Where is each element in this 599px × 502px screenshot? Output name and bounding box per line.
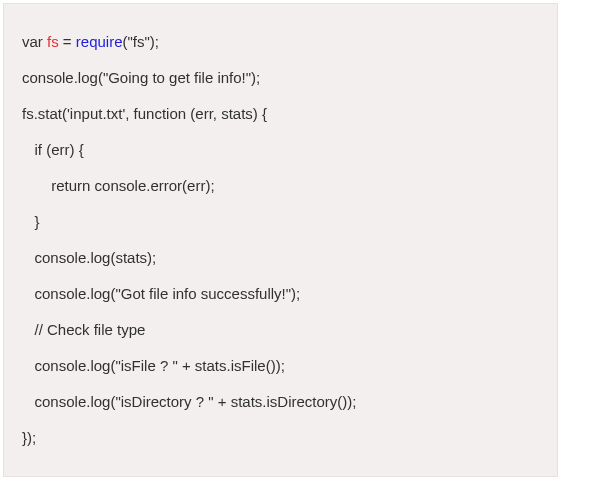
code-token-plain: } <box>35 213 40 230</box>
code-token-keyword: var <box>22 33 47 50</box>
code-block: var fs = require("fs");console.log("Goin… <box>3 3 558 477</box>
code-line: }); <box>22 420 539 456</box>
code-indent <box>22 141 35 158</box>
code-token-plain: console.log(stats); <box>35 249 157 266</box>
code-token-plain: return console.error(err); <box>51 177 214 194</box>
code-token-plain: // Check file type <box>35 321 146 338</box>
code-token-plain: if (err) { <box>35 141 84 158</box>
code-token-plain: console.log("isDirectory ? " + stats.isD… <box>35 393 357 410</box>
code-indent <box>22 177 51 194</box>
code-token-plain: console.log("Got file info successfully!… <box>35 285 301 302</box>
code-token-plain: }); <box>22 429 36 446</box>
code-line: console.log("isDirectory ? " + stats.isD… <box>22 384 539 420</box>
code-line: console.log(stats); <box>22 240 539 276</box>
code-line: fs.stat('input.txt', function (err, stat… <box>22 96 539 132</box>
code-line: console.log("isFile ? " + stats.isFile()… <box>22 348 539 384</box>
code-token-plain: fs.stat('input.txt', function (err, stat… <box>22 105 267 122</box>
code-token-plain: console.log("isFile ? " + stats.isFile()… <box>35 357 285 374</box>
code-token-plain: = <box>59 33 76 50</box>
code-token-plain: ("fs"); <box>123 33 159 50</box>
code-line: } <box>22 204 539 240</box>
code-indent <box>22 393 35 410</box>
code-indent <box>22 249 35 266</box>
code-indent <box>22 321 35 338</box>
code-line: console.log("Going to get file info!"); <box>22 60 539 96</box>
code-indent <box>22 357 35 374</box>
code-line: // Check file type <box>22 312 539 348</box>
code-indent <box>22 285 35 302</box>
code-indent <box>22 213 35 230</box>
code-line: console.log("Got file info successfully!… <box>22 276 539 312</box>
code-line: return console.error(err); <box>22 168 539 204</box>
code-line: var fs = require("fs"); <box>22 24 539 60</box>
code-token-func: require <box>76 33 123 50</box>
code-line: if (err) { <box>22 132 539 168</box>
code-token-varname: fs <box>47 33 59 50</box>
code-token-plain: console.log("Going to get file info!"); <box>22 69 260 86</box>
